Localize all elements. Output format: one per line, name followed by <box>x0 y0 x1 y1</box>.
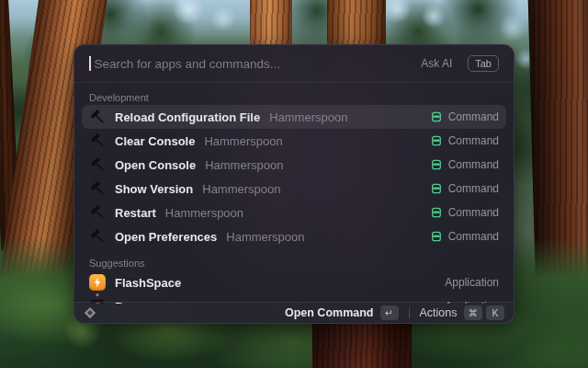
item-subtitle: Hammerspoon <box>205 158 283 172</box>
item-type-label: Application <box>445 276 499 289</box>
actions-button[interactable]: Actions <box>420 306 458 319</box>
list-item-open-console[interactable]: Open Console Hammerspoon Command <box>82 153 506 177</box>
item-title: Show Version <box>115 182 193 196</box>
hammerspoon-hammer-icon <box>89 132 106 149</box>
search-bar[interactable]: Search for apps and commands... Ask AI T… <box>74 45 514 83</box>
item-type-label: Command <box>448 158 499 171</box>
k-key-badge: K <box>486 305 504 321</box>
cmd-key-badge: ⌘ <box>464 305 483 321</box>
item-title: Restart <box>115 206 156 220</box>
section-header-suggestions: Suggestions <box>82 251 506 270</box>
item-type-label: Command <box>448 230 499 243</box>
footer-divider <box>409 307 410 318</box>
item-title: Clear Console <box>115 134 195 148</box>
command-type-icon <box>431 159 442 170</box>
hammerspoon-hammer-icon <box>89 156 106 173</box>
item-title: Open Preferences <box>115 230 217 244</box>
command-type-icon <box>431 207 442 218</box>
flashspace-app-icon <box>89 274 106 291</box>
item-subtitle: Hammerspoon <box>202 182 280 196</box>
item-subtitle: Hammerspoon <box>204 134 282 148</box>
hammerspoon-hammer-icon <box>89 204 106 221</box>
item-type-label: Command <box>448 110 499 123</box>
action-bar: Open Command ↵ Actions ⌘ K <box>74 302 514 323</box>
hammerspoon-hammer-icon <box>89 109 106 125</box>
item-title: FlashSpace <box>115 276 181 290</box>
command-type-icon <box>431 183 442 194</box>
command-type-icon <box>431 135 442 146</box>
launcher-window: Search for apps and commands... Ask AI T… <box>74 44 514 324</box>
ask-ai-label[interactable]: Ask AI <box>421 57 452 70</box>
results-list: Development Reload Configuration File Ha… <box>74 83 514 304</box>
list-item-clear-console[interactable]: Clear Console Hammerspoon Command <box>82 129 506 153</box>
text-cursor <box>89 56 91 71</box>
item-subtitle: Hammerspoon <box>226 230 304 244</box>
hammerspoon-hammer-icon <box>89 228 106 245</box>
hammerspoon-hammer-icon <box>89 180 106 197</box>
item-subtitle: Hammerspoon <box>165 206 243 220</box>
item-title: Open Console <box>115 158 196 172</box>
list-item-reload-configuration-file[interactable]: Reload Configuration File Hammerspoon Co… <box>82 105 506 129</box>
section-header-development: Development <box>82 86 506 105</box>
list-item-flashspace[interactable]: FlashSpace Application <box>82 270 506 294</box>
command-type-icon <box>431 111 442 122</box>
command-type-icon <box>431 231 442 242</box>
item-type-label: Command <box>448 134 499 147</box>
enter-key-badge: ↵ <box>380 305 399 321</box>
item-subtitle: Hammerspoon <box>269 110 347 124</box>
running-indicator-dot <box>96 293 99 296</box>
list-item-open-preferences[interactable]: Open Preferences Hammerspoon Command <box>82 224 506 248</box>
raycast-logo-icon <box>84 306 96 319</box>
item-type-label: Command <box>448 206 499 219</box>
open-command-button[interactable]: Open Command <box>285 306 374 319</box>
list-item-restart[interactable]: Restart Hammerspoon Command <box>82 201 506 224</box>
list-item-show-version[interactable]: Show Version Hammerspoon Command <box>82 177 506 201</box>
item-type-label: Command <box>448 182 499 195</box>
search-input[interactable]: Search for apps and commands... <box>95 57 414 71</box>
tab-key-badge: Tab <box>468 55 499 72</box>
item-title: Reload Configuration File <box>115 110 260 124</box>
